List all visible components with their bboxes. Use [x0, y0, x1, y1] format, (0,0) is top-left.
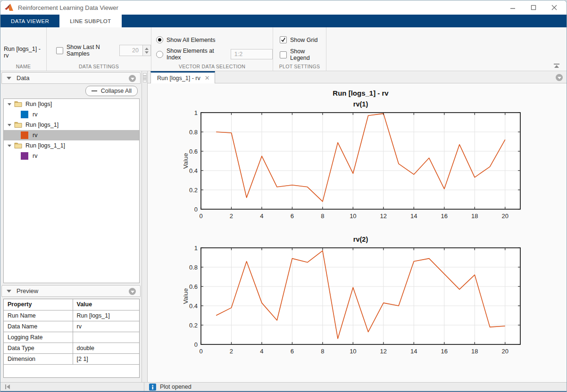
- preview-value: rv: [73, 321, 139, 332]
- tree-run-row[interactable]: Run [logs]: [4, 99, 139, 109]
- preview-row: Run NameRun [logs_1]: [4, 310, 139, 321]
- ribbon-tab-line-subplot[interactable]: LINE SUBPLOT: [59, 15, 121, 27]
- signal-color-swatch: [21, 152, 28, 160]
- y-tick-label: 0.4: [189, 167, 198, 174]
- plot-name-value: Run [logs_1] - rv: [4, 46, 46, 59]
- document-tab[interactable]: Run [logs_1] - rv ✕: [150, 71, 215, 83]
- y-tick-label: 0.6: [189, 148, 198, 155]
- tree-signal-row[interactable]: rv: [4, 151, 139, 161]
- y-axis-label: Value: [182, 153, 189, 169]
- tree-expand-icon[interactable]: [8, 145, 11, 147]
- x-tick-label: 12: [380, 212, 387, 220]
- close-button[interactable]: [544, 0, 565, 15]
- status-bar-left: [0, 383, 144, 391]
- panel-splitter[interactable]: [142, 71, 148, 382]
- y-tick-label: 0.2: [189, 322, 198, 329]
- folder-icon: [14, 101, 22, 107]
- data-panel-menu-icon[interactable]: [129, 75, 136, 82]
- samples-count-input[interactable]: 20: [119, 45, 143, 56]
- section-label-plot-settings: PLOT SETTINGS: [273, 64, 326, 69]
- figure-title: Run [logs_1] - rv: [333, 89, 389, 97]
- x-tick-label: 2: [230, 212, 233, 220]
- toolstrip-section-plot-settings: Show Grid Show Legend PLOT SETTINGS: [273, 27, 326, 71]
- signal-color-swatch: [21, 131, 28, 139]
- index-range-input[interactable]: 1:2: [231, 49, 273, 59]
- left-panel: Data Collapse All Run [logs]rvRun [logs_…: [0, 71, 142, 382]
- collapse-panel-icon[interactable]: [7, 77, 11, 80]
- y-tick-label: 0.8: [189, 129, 198, 136]
- y-tick-label: 0.6: [189, 283, 198, 290]
- document-menu-icon[interactable]: [556, 74, 563, 81]
- x-tick-label: 4: [260, 348, 263, 355]
- maximize-button[interactable]: [523, 0, 544, 15]
- collapse-toolstrip-button[interactable]: [553, 64, 560, 68]
- stepper-down-icon[interactable]: [145, 51, 149, 54]
- collapse-all-button[interactable]: Collapse All: [85, 86, 138, 96]
- preview-property: Data Name: [4, 321, 73, 332]
- tree-signal-row[interactable]: rv: [4, 109, 139, 120]
- subplot-2: 0246810121416182000.20.40.60.81rv(2)Valu…: [182, 236, 520, 355]
- preview-panel-title: Preview: [17, 287, 38, 294]
- tree-signal-row-selected[interactable]: rv: [4, 130, 139, 140]
- y-tick-label: 0.4: [189, 302, 198, 310]
- show-grid-label: Show Grid: [290, 37, 317, 43]
- collapse-toolstrip-icon: [554, 64, 559, 65]
- y-tick-label: 0.2: [189, 187, 198, 194]
- splitter-grip-icon[interactable]: [143, 73, 147, 82]
- show-all-elements-radio[interactable]: [156, 36, 163, 43]
- preview-row: Dimension[2 1]: [4, 353, 139, 364]
- tree-expand-icon[interactable]: [8, 124, 11, 126]
- preview-value: Run [logs_1]: [73, 310, 139, 321]
- preview-row: Data Namerv: [4, 321, 139, 332]
- tree-expand-icon[interactable]: [8, 103, 11, 106]
- status-message: Plot opened: [160, 384, 192, 390]
- signal-label: rv: [33, 111, 37, 118]
- tree-run-row[interactable]: Run [logs_1_1]: [4, 140, 139, 151]
- preview-value: double: [73, 343, 139, 353]
- section-label-vector-data-selection: VECTOR DATA SELECTION: [151, 64, 273, 69]
- show-elements-at-index-radio[interactable]: [156, 51, 163, 58]
- x-tick-label: 10: [350, 212, 356, 220]
- ribbon-tab-data-viewer[interactable]: DATA VIEWER: [0, 15, 59, 27]
- document-tab-label: Run [logs_1] - rv: [157, 75, 200, 82]
- x-tick-label: 0: [199, 212, 202, 220]
- status-bar-message-area: Plot opened: [144, 384, 192, 391]
- toolstrip-section-data-settings: Show Last N Samples 20 DATA SETTINGS: [47, 27, 151, 71]
- x-tick-label: 4: [260, 212, 263, 220]
- folder-icon: [14, 142, 22, 149]
- section-label-name: NAME: [0, 64, 46, 69]
- x-tick-label: 8: [321, 348, 324, 355]
- collapse-left-icon[interactable]: [5, 384, 10, 389]
- minimize-button[interactable]: [502, 0, 523, 15]
- collapse-all-icon: [92, 90, 97, 91]
- x-tick-label: 16: [441, 212, 448, 220]
- tab-close-icon[interactable]: ✕: [205, 75, 210, 81]
- x-tick-label: 6: [291, 212, 294, 220]
- data-tree: Run [logs]rvRun [logs_1]rvRun [logs_1_1]…: [3, 98, 140, 283]
- preview-panel-menu-icon[interactable]: [129, 288, 136, 295]
- y-tick-label: 1: [194, 109, 198, 116]
- preview-property: Run Name: [4, 310, 73, 321]
- x-tick-label: 2: [230, 348, 233, 355]
- show-grid-checkbox[interactable]: [280, 36, 287, 43]
- info-icon: [149, 384, 156, 391]
- window-controls: [502, 0, 565, 15]
- main-area: Run [logs_1] - rv ✕ 0246810121416182000.…: [148, 71, 567, 382]
- show-legend-checkbox[interactable]: [280, 51, 287, 58]
- x-tick-label: 18: [471, 212, 478, 220]
- matlab-logo-icon: [5, 4, 14, 12]
- y-tick-label: 0.8: [189, 264, 198, 271]
- subplot-title: rv(2): [353, 236, 368, 243]
- samples-count-stepper[interactable]: [143, 45, 151, 56]
- x-tick-label: 20: [502, 348, 509, 355]
- stepper-up-icon[interactable]: [145, 48, 149, 50]
- show-all-elements-label: Show All Elements: [167, 37, 216, 43]
- collapse-preview-icon[interactable]: [7, 290, 11, 293]
- collapse-all-label: Collapse All: [101, 88, 132, 94]
- show-last-n-checkbox[interactable]: [56, 47, 63, 54]
- toolstrip-section-vector-data-selection: Show All Elements Show Elements at Index…: [151, 27, 273, 71]
- data-panel-header[interactable]: Data: [1, 72, 141, 84]
- preview-panel-header[interactable]: Preview: [1, 285, 141, 297]
- figure-area: 0246810121416182000.20.40.60.81Run [logs…: [148, 83, 567, 382]
- tree-run-row[interactable]: Run [logs_1]: [4, 120, 139, 130]
